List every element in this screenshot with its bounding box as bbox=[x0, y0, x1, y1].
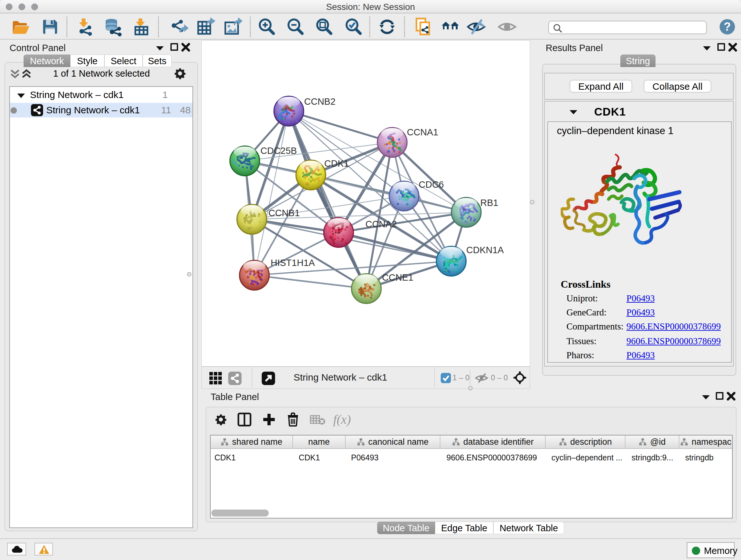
svg-text:?: ? bbox=[724, 20, 731, 33]
svg-text:CCNB2: CCNB2 bbox=[304, 97, 335, 107]
svg-text:CDC25B: CDC25B bbox=[260, 145, 297, 156]
svg-text:CCNE1: CCNE1 bbox=[382, 272, 413, 283]
svg-text:CDKN1A: CDKN1A bbox=[466, 245, 504, 255]
svg-text:CCNA1: CCNA1 bbox=[407, 127, 438, 137]
svg-text:CDC6: CDC6 bbox=[419, 179, 444, 190]
svg-text:RB1: RB1 bbox=[480, 198, 498, 208]
svg-text:CCNA2: CCNA2 bbox=[365, 219, 397, 229]
svg-text:CCNB1: CCNB1 bbox=[268, 208, 300, 218]
svg-text:HIST1H1A: HIST1H1A bbox=[271, 258, 315, 268]
svg-text:CDK1: CDK1 bbox=[324, 159, 349, 169]
